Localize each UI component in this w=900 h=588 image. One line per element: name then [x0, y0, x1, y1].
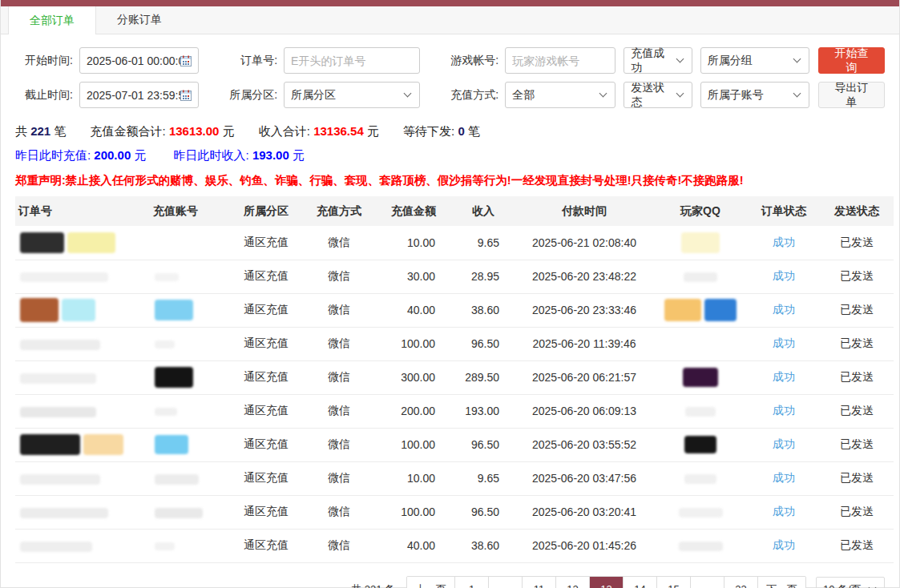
pagination-bar: 共 221 条 上一页1...1112131415...23下一页 10 条/页 [1, 563, 899, 588]
redacted-blob [20, 298, 59, 322]
column-header: 付款时间 [515, 196, 653, 226]
partition-cell: 通区充值 [230, 327, 302, 360]
page-button[interactable]: 23 [724, 577, 757, 588]
table-row: 通区充值微信10.009.652025-06-21 02:08:40成功已发送 [15, 226, 894, 260]
method-cell: 微信 [302, 428, 376, 461]
game-account-input[interactable] [505, 47, 615, 74]
status-success-link[interactable]: 成功 [773, 336, 795, 349]
amount-cell: 40.00 [376, 293, 451, 327]
partition-cell: 通区充值 [230, 226, 302, 260]
query-button[interactable]: 开始查询 [818, 47, 885, 74]
column-header: 玩家QQ [653, 196, 748, 226]
status-success-link[interactable]: 成功 [773, 303, 795, 316]
page-button[interactable]: 下一页 [757, 577, 805, 588]
method-cell: 微信 [302, 360, 376, 394]
per-page-select[interactable]: 10 条/页 [816, 577, 885, 588]
group-select-value: 所属分组 [708, 54, 753, 68]
page-button[interactable]: 上一页 [407, 577, 454, 588]
page-ellipsis: ... [690, 577, 724, 588]
pay-method-select[interactable]: 全部 [505, 82, 615, 108]
chevron-down-icon [676, 90, 684, 98]
status-success-link[interactable]: 成功 [773, 505, 795, 518]
order-count: 共 221 笔 [15, 124, 66, 138]
start-time-label: 开始时间: [15, 54, 73, 68]
redacted-blob [155, 300, 193, 320]
chevron-down-icon [599, 90, 607, 98]
status-success-link[interactable]: 成功 [773, 471, 795, 484]
page-current[interactable]: 13 [589, 577, 623, 588]
order-no-cell [15, 529, 150, 562]
order-no-label: 订单号: [220, 54, 277, 68]
status-success-link[interactable]: 成功 [773, 404, 795, 417]
pay-time-cell: 2025-06-20 03:47:56 [515, 461, 653, 495]
amount-cell: 40.00 [376, 529, 451, 562]
player-qq-cell [653, 394, 748, 428]
export-button[interactable]: 导出订单 [818, 82, 885, 108]
pay-time-cell: 2025-06-20 01:45:26 [515, 529, 653, 562]
pay-method-label: 充值方式: [441, 88, 498, 103]
recharge-status-select[interactable]: 充值成功 [624, 47, 692, 74]
calendar-icon[interactable] [180, 55, 192, 66]
filter-panel: 开始时间: 订单号: 游戏帐号: [1, 34, 899, 119]
sub-account-select[interactable]: 所属子账号 [700, 82, 809, 108]
column-header: 订单状态 [748, 196, 820, 226]
orders-table-head: 订单号充值账号所属分区充值方式充值金额收入付款时间玩家QQ订单状态发送状态 [15, 196, 894, 226]
status-success-link[interactable]: 成功 [773, 538, 795, 551]
order-status-cell: 成功 [748, 461, 820, 495]
order-no-cell [15, 327, 150, 360]
redacted-blob [664, 299, 701, 321]
redacted-blob [704, 299, 737, 321]
page-button[interactable]: 11 [522, 577, 555, 588]
filter-row-1: 开始时间: 订单号: 游戏帐号: [15, 47, 885, 74]
status-success-link[interactable]: 成功 [773, 269, 795, 282]
pay-time-cell: 2025-06-20 23:33:46 [515, 293, 653, 327]
chevron-down-icon [404, 90, 412, 98]
page-button[interactable]: 1 [454, 577, 488, 588]
amount-cell: 200.00 [376, 394, 451, 428]
partition-cell: 通区充值 [230, 461, 302, 495]
send-status-select[interactable]: 发送状态 [624, 82, 692, 108]
status-success-link[interactable]: 成功 [773, 236, 795, 248]
status-success-link[interactable]: 成功 [773, 437, 795, 450]
tab-all-orders[interactable]: 全部订单 [8, 6, 96, 34]
end-time-input[interactable] [79, 82, 199, 108]
redacted-blob [20, 340, 100, 350]
tab-split-orders[interactable]: 分账订单 [96, 6, 183, 34]
pay-time-cell: 2025-06-20 06:09:13 [515, 394, 653, 428]
account-cell [150, 260, 230, 293]
order-no-input[interactable] [284, 47, 420, 74]
tab-bar: 全部订单 分账订单 [1, 6, 899, 34]
warning-notice: 郑重声明:禁止接入任何形式的赌博、娱乐、钓鱼、诈骗、行骗、套现、套路顶榜、假沙捐… [15, 173, 885, 188]
page-button[interactable]: 12 [555, 577, 589, 588]
column-header: 收入 [451, 196, 515, 226]
redacted-blob [684, 436, 716, 453]
start-time-input[interactable] [79, 47, 199, 74]
redacted-blob [155, 474, 199, 485]
calendar-icon[interactable] [180, 90, 192, 101]
player-qq-cell [653, 327, 748, 360]
group-select[interactable]: 所属分组 [700, 47, 809, 74]
partition-cell: 通区充值 [230, 495, 302, 529]
order-status-cell: 成功 [748, 293, 820, 327]
partition-cell: 通区充值 [230, 428, 302, 461]
status-success-link[interactable]: 成功 [773, 370, 795, 383]
game-account-field[interactable] [512, 54, 608, 67]
table-row: 通区充值微信300.00289.502025-06-20 06:21:57成功已… [15, 360, 894, 394]
pay-time-cell: 2025-06-20 06:21:57 [515, 360, 653, 394]
page-button[interactable]: 14 [623, 577, 656, 588]
pay-time-cell: 2025-06-21 02:08:40 [515, 226, 653, 260]
order-no-cell [15, 360, 150, 394]
page-button[interactable]: 15 [656, 577, 690, 588]
redacted-blob [62, 299, 95, 321]
player-qq-cell [653, 226, 748, 260]
pagination-total: 共 221 条 [351, 582, 395, 588]
player-qq-cell [653, 529, 748, 562]
partition-select[interactable]: 所属分区 [284, 82, 420, 108]
redacted-blob [679, 542, 723, 551]
amount-cell: 100.00 [376, 428, 451, 461]
table-row: 通区充值微信100.0096.502025-06-20 03:55:52成功已发… [15, 428, 894, 461]
start-time-value[interactable] [87, 54, 180, 67]
end-time-value[interactable] [87, 89, 180, 102]
order-no-field[interactable] [291, 54, 413, 67]
order-status-cell: 成功 [748, 428, 820, 461]
